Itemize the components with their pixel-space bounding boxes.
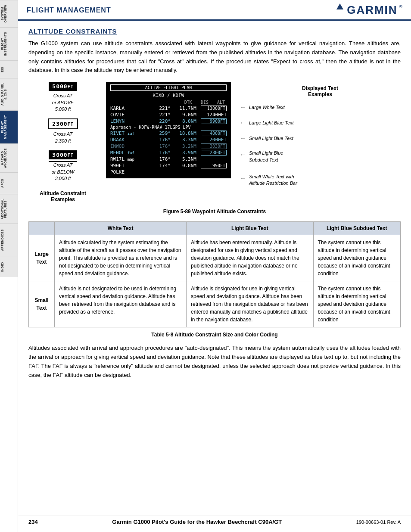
fp-dtk-inwod: 176° xyxy=(153,143,171,149)
table-header-empty xyxy=(29,222,55,235)
fp-alt-menol: 2300FT xyxy=(201,150,227,156)
fp-col-dis: DIS xyxy=(201,100,209,105)
sidebar: SYSTEMOVERVIEW FLIGHTINSTRUMENTS EIS AUD… xyxy=(0,0,18,532)
text-label-white: ← Large White Text xyxy=(240,103,401,111)
fp-col-alt: ALT xyxy=(217,100,225,105)
sidebar-item-appendices[interactable]: APPENDICES xyxy=(0,224,18,256)
sidebar-item-index[interactable]: INDEX xyxy=(0,256,18,277)
table-cell-small-white: Altitude is not designated to be used in… xyxy=(55,281,187,327)
fp-alt-draak: 2000FT xyxy=(201,137,227,143)
footer-revision: 190-00663-01 Rev. A xyxy=(356,520,401,525)
fp-waypoint-inwod: INWOD xyxy=(110,143,149,149)
table-header-white: White Text xyxy=(55,222,187,235)
main-content: FLIGHT MANAGEMENT GARMIN ® ALTITUDE CONS… xyxy=(18,0,411,387)
sidebar-item-flight-management[interactable]: FLIGHTMANAGEMENT xyxy=(0,110,18,143)
fp-alt-inwod: 3030FT xyxy=(201,143,227,149)
constraint-label-at: Cross AT2,300 ft xyxy=(28,131,97,144)
footer-page-number: 234 xyxy=(28,519,38,525)
text-label-subdued-text: Small Light BlueSubdued Text xyxy=(249,150,283,163)
fp-dtk-990ft: 174° xyxy=(153,163,171,168)
fp-dis-covie: 9.0NM xyxy=(175,112,196,118)
text-label-list: ← Large White Text ← Large Light Blue Te… xyxy=(240,103,401,187)
fp-waypoint-rivet: RIVET iaf xyxy=(110,131,149,136)
flight-plan-display: ACTIVE FLIGHT PLAN KIXD / KDFW DTK DIS A… xyxy=(106,82,231,178)
garmin-registered-mark: ® xyxy=(399,4,402,9)
sidebar-item-additional-features[interactable]: ADDITIONALFEATURES xyxy=(0,194,18,224)
displayed-text-title: Displayed TextExamples xyxy=(240,85,401,97)
row-label-small: SmallText xyxy=(29,281,55,327)
arrow-icon-small-lightblue: ← xyxy=(240,134,246,142)
text-label-small-lightblue: ← Small Light Blue Text xyxy=(240,134,401,142)
text-label-restriction-bar: ← Small White Text withAltitude Restrict… xyxy=(240,174,401,187)
fp-waypoint-menol: MENOL faf xyxy=(110,150,149,156)
footer-document-title: Garmin G1000 Pilot's Guide for the Hawke… xyxy=(112,519,282,525)
page-content: ALTITUDE CONSTRAINTS The G1000 system ca… xyxy=(18,21,411,387)
sidebar-item-afcs[interactable]: AFCS xyxy=(0,172,18,194)
fp-dtk-menol: 176° xyxy=(153,150,171,156)
fp-row-rivet: RIVET iaf 259° 18.8NM 4000FT xyxy=(110,131,227,136)
fp-waypoint-990ft: 990FT xyxy=(110,163,149,168)
text-label-lightblue-text: Large Light Blue Text xyxy=(249,120,294,125)
fp-row-menol: MENOL faf 176° 3.9NM 2300FT xyxy=(110,150,227,156)
page-footer: 234 Garmin G1000 Pilot's Guide for the H… xyxy=(18,516,411,528)
text-label-small-lightblue-text: Small Light Blue Text xyxy=(249,136,293,141)
altitude-badge-3000: 3000FT xyxy=(49,150,77,159)
table-cell-large-lightblue: Altitude has been entered manually. Alti… xyxy=(187,235,313,281)
garmin-triangle-icon xyxy=(336,3,343,9)
arrow-icon-subdued: ← xyxy=(240,151,246,159)
table-row-large: LargeText Altitude calculated by the sys… xyxy=(29,235,401,281)
constraint-examples: 5000FT Cross ATor ABOVE5,000 ft 2300FT C… xyxy=(28,82,97,202)
text-label-restriction-bar-text: Small White Text withAltitude Restrictio… xyxy=(249,174,297,187)
fp-row-draak: DRAAK 176° 3.3NM 2000FT xyxy=(110,137,227,143)
sidebar-item-audio-panel[interactable]: AUDIO PANEL& CNS xyxy=(0,78,18,110)
constraint-example-below: 3000FT Cross ATor BELOW3,000 ft xyxy=(28,150,97,182)
arrow-icon-white: ← xyxy=(240,103,246,111)
fp-row-approach: Approach - KDFW-RNAV 17LGPS LPV xyxy=(110,125,227,130)
fp-dtk-draak: 176° xyxy=(153,137,171,143)
fp-dtk-rivet: 259° xyxy=(153,131,171,136)
constraint-table: White Text Light Blue Text Light Blue Su… xyxy=(28,221,401,327)
fp-airports: KIXD / KDFW xyxy=(110,93,227,98)
row-label-large: LargeText xyxy=(29,235,55,281)
fp-row-polke: POLKE xyxy=(110,169,227,175)
constraint-example-above: 5000FT Cross ATor ABOVE5,000 ft xyxy=(28,82,97,112)
table-row-small: SmallText Altitude is not designated to … xyxy=(29,281,401,327)
fp-column-headers: DTK DIS ALT xyxy=(110,100,227,105)
sidebar-item-hazard-avoidance[interactable]: HAZARDAVOIDANCE xyxy=(0,143,18,172)
sidebar-item-system-overview[interactable]: SYSTEMOVERVIEW xyxy=(0,0,18,27)
text-label-white-text: Large White Text xyxy=(249,105,285,110)
fp-row-karla: KARLA 221° 11.7NM 13000FT xyxy=(110,106,227,111)
fp-dis-rw17l: 5.3NM xyxy=(175,156,196,162)
figure-area: 5000FT Cross ATor ABOVE5,000 ft 2300FT C… xyxy=(28,82,401,202)
table-header-lightblue: Light Blue Text xyxy=(187,222,313,235)
page-header: FLIGHT MANAGEMENT GARMIN ® xyxy=(18,0,411,21)
fp-alt-990ft: 990FT xyxy=(201,163,227,168)
fp-waypoint-covie: COVIE xyxy=(110,112,149,118)
page-header-title: FLIGHT MANAGEMENT xyxy=(27,6,111,14)
table-cell-large-white: Altitude calculated by the system estima… xyxy=(55,235,187,281)
fp-row-inwod: INWOD 176° 3.2NM 3030FT xyxy=(110,143,227,149)
fp-row-covie: COVIE 221° 9.0NM 12400FT xyxy=(110,112,227,118)
text-label-subdued: ← Small Light BlueSubdued Text xyxy=(240,150,401,163)
table-caption: Table 5-8 Altitude Constraint Size and C… xyxy=(28,332,401,338)
fp-dtk-karla: 221° xyxy=(153,106,171,111)
section-title: ALTITUDE CONSTRAINTS xyxy=(28,28,401,35)
altitude-badge-5000: 5000FT xyxy=(49,82,77,91)
fp-dtk-rw17l: 176° xyxy=(153,156,171,162)
sidebar-item-flight-instruments[interactable]: FLIGHTINSTRUMENTS xyxy=(0,27,18,60)
fp-dis-karla: 11.7NM xyxy=(175,106,196,111)
bottom-paragraph: Altitudes associated with arrival and ap… xyxy=(28,344,401,380)
table-cell-small-subdued: The system cannot use this altitude in d… xyxy=(313,281,400,327)
fp-row-lemyn: LEMYN 220° 8.0NM 9900FT xyxy=(110,118,227,124)
text-label-lightblue: ← Large Light Blue Text xyxy=(240,119,401,127)
fp-dtk-lemyn: 220° xyxy=(153,118,171,124)
garmin-logo-text: GARMIN xyxy=(347,3,397,17)
table-cell-large-subdued: The system cannot use this altitude in d… xyxy=(313,235,400,281)
fp-title: ACTIVE FLIGHT PLAN xyxy=(110,84,227,91)
table-header-subdued: Light Blue Subdued Text xyxy=(313,222,400,235)
fp-waypoint-draak: DRAAK xyxy=(110,137,149,143)
text-labels-area: Displayed TextExamples ← Large White Tex… xyxy=(240,82,401,187)
sidebar-item-eis[interactable]: EIS xyxy=(0,60,18,78)
fp-alt-karla: 13000FT xyxy=(201,106,227,111)
fp-waypoint-polke: POLKE xyxy=(110,169,149,175)
